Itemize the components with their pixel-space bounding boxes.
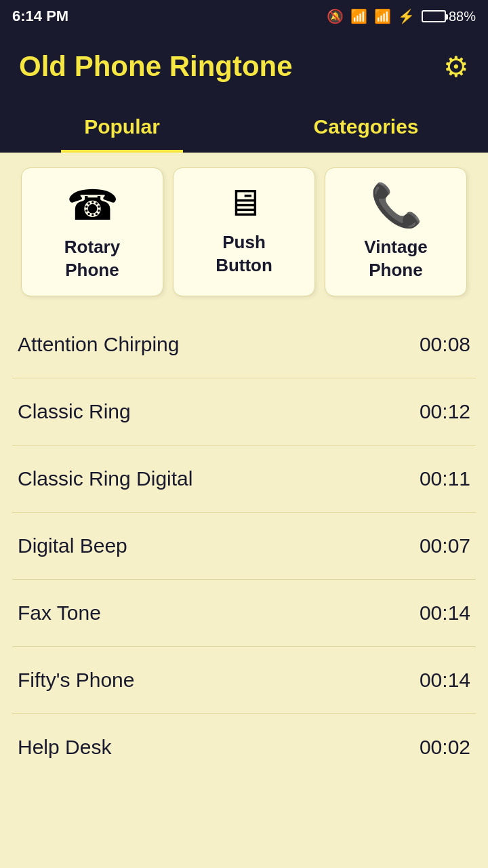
categories-section: ☎ RotaryPhone 🖥 PushButton 📞 VintagePhon…: [0, 153, 488, 311]
battery-indicator: 88%: [422, 9, 476, 24]
ringtone-duration: 00:11: [420, 467, 470, 490]
push-button-label: PushButton: [216, 231, 272, 277]
ringtone-name: Attention Chirping: [18, 333, 179, 356]
content-area: ☎ RotaryPhone 🖥 PushButton 📞 VintagePhon…: [0, 153, 488, 781]
ringtone-name: Fifty's Phone: [18, 669, 134, 692]
rotary-phone-icon: ☎: [66, 184, 119, 226]
ringtone-duration: 00:12: [420, 400, 470, 423]
signal2-icon: 📶: [374, 8, 391, 24]
tab-categories[interactable]: Categories: [244, 100, 488, 151]
category-rotary-phone[interactable]: ☎ RotaryPhone: [21, 167, 163, 296]
ringtone-name: Classic Ring: [18, 400, 131, 423]
ringtone-name: Help Desk: [18, 736, 111, 759]
status-time: 6:14 PM: [12, 7, 68, 25]
ringtone-duration: 00:07: [420, 534, 470, 557]
app-title: Old Phone Ringtone: [19, 50, 293, 83]
ringtone-name: Fax Tone: [18, 601, 101, 625]
category-vintage-phone[interactable]: 📞 VintagePhone: [325, 167, 467, 296]
battery-percent: 88%: [449, 9, 476, 24]
tabs-container: Popular Categories: [0, 100, 488, 153]
list-item[interactable]: Classic Ring Digital 00:11: [12, 446, 476, 513]
category-push-button[interactable]: 🖥 PushButton: [173, 167, 315, 296]
mute-icon: 🔕: [327, 8, 344, 24]
status-bar: 6:14 PM 🔕 📶 📶 ⚡ 88%: [0, 0, 488, 33]
ringtone-duration: 00:14: [420, 601, 470, 625]
ringtone-name: Classic Ring Digital: [18, 467, 192, 490]
ringtone-name: Digital Beep: [18, 534, 127, 557]
vintage-phone-label: VintagePhone: [364, 236, 427, 282]
list-item[interactable]: Fifty's Phone 00:14: [12, 647, 476, 714]
push-button-icon: 🖥: [226, 184, 263, 222]
status-icons: 🔕 📶 📶 ⚡ 88%: [327, 8, 476, 24]
list-item[interactable]: Fax Tone 00:14: [12, 580, 476, 647]
tab-popular[interactable]: Popular: [0, 100, 244, 151]
rotary-phone-label: RotaryPhone: [64, 236, 120, 282]
app-header: Old Phone Ringtone ⚙: [0, 33, 488, 100]
charging-icon: ⚡: [398, 8, 415, 24]
signal-icon: 📶: [350, 8, 367, 24]
list-item[interactable]: Classic Ring 00:12: [12, 378, 476, 446]
list-item[interactable]: Help Desk 00:02: [12, 714, 476, 781]
settings-icon[interactable]: ⚙: [443, 50, 469, 83]
ringtone-duration: 00:02: [420, 736, 470, 759]
list-item[interactable]: Digital Beep 00:07: [12, 513, 476, 580]
ringtone-duration: 00:08: [420, 333, 470, 356]
list-item[interactable]: Attention Chirping 00:08: [12, 311, 476, 378]
ringtone-list: Attention Chirping 00:08 Classic Ring 00…: [0, 311, 488, 781]
vintage-phone-icon: 📞: [370, 184, 422, 226]
ringtone-duration: 00:14: [420, 669, 470, 692]
